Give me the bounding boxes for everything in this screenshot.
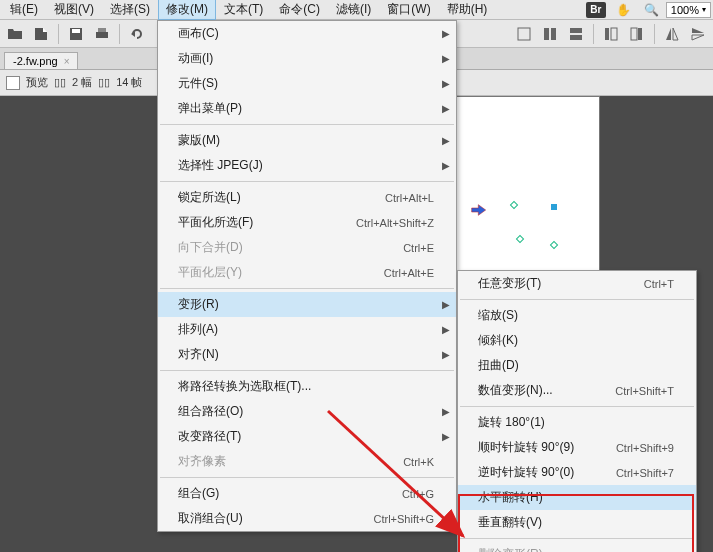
- menu-item[interactable]: 将路径转换为选取框(T)...: [158, 374, 456, 399]
- svg-rect-6: [551, 28, 556, 40]
- menu-item: 对齐像素Ctrl+K: [158, 449, 456, 474]
- menu-item[interactable]: 选择性 JPEG(J)▶: [158, 153, 456, 178]
- menu-window[interactable]: 窗口(W): [379, 0, 438, 20]
- menu-item[interactable]: 平面化所选(F)Ctrl+Alt+Shift+Z: [158, 210, 456, 235]
- handle[interactable]: [510, 201, 518, 209]
- tool-d-icon[interactable]: [600, 23, 622, 45]
- menu-item[interactable]: 画布(C)▶: [158, 21, 456, 46]
- document-tab[interactable]: -2.fw.png ×: [4, 52, 78, 69]
- open-icon[interactable]: [4, 23, 26, 45]
- zoom-icon[interactable]: 🔍: [641, 1, 663, 19]
- submenu-item: 删除变形(R): [458, 542, 696, 552]
- print-icon[interactable]: [91, 23, 113, 45]
- svg-rect-8: [570, 35, 582, 40]
- menu-select[interactable]: 选择(S): [102, 0, 158, 20]
- modify-menu: 画布(C)▶动画(I)▶元件(S)▶弹出菜单(P)▶蒙版(M)▶选择性 JPEG…: [157, 20, 457, 532]
- menu-item: 平面化层(Y)Ctrl+Alt+E: [158, 260, 456, 285]
- transform-submenu: 任意变形(T)Ctrl+T缩放(S)倾斜(K)扭曲(D)数值变形(N)...Ct…: [457, 270, 697, 552]
- menu-text[interactable]: 文本(T): [216, 0, 271, 20]
- menu-item[interactable]: 变形(R)▶: [158, 292, 456, 317]
- opt-two[interactable]: 2 幅: [72, 75, 92, 90]
- submenu-item[interactable]: 逆时针旋转 90°(0)Ctrl+Shift+7: [458, 460, 696, 485]
- submenu-item[interactable]: 倾斜(K): [458, 328, 696, 353]
- svg-rect-9: [605, 28, 609, 40]
- menu-help[interactable]: 帮助(H): [439, 0, 496, 20]
- svg-rect-4: [518, 28, 530, 40]
- svg-rect-12: [631, 28, 637, 40]
- menu-filter[interactable]: 滤镜(I): [328, 0, 379, 20]
- svg-rect-1: [72, 29, 80, 33]
- svg-rect-5: [544, 28, 549, 40]
- undo-icon[interactable]: [126, 23, 148, 45]
- menu-item: 向下合并(D)Ctrl+E: [158, 235, 456, 260]
- handle[interactable]: [516, 235, 524, 243]
- flip-v-icon[interactable]: [687, 23, 709, 45]
- menu-view[interactable]: 视图(V): [46, 0, 102, 20]
- menu-item[interactable]: 锁定所选(L)Ctrl+Alt+L: [158, 185, 456, 210]
- document-title: -2.fw.png: [13, 55, 58, 67]
- submenu-item[interactable]: 缩放(S): [458, 303, 696, 328]
- zoom-field[interactable]: 100%▾: [666, 2, 711, 18]
- opt-four[interactable]: 14 帧: [116, 75, 142, 90]
- submenu-item[interactable]: 旋转 180°(1): [458, 410, 696, 435]
- handle[interactable]: [550, 241, 558, 249]
- menu-item[interactable]: 动画(I)▶: [158, 46, 456, 71]
- tool-a-icon[interactable]: [513, 23, 535, 45]
- bridge-icon[interactable]: Br: [585, 1, 607, 19]
- menu-item[interactable]: 元件(S)▶: [158, 71, 456, 96]
- flip-h-icon[interactable]: [661, 23, 683, 45]
- tool-c-icon[interactable]: [565, 23, 587, 45]
- menu-item[interactable]: 对齐(N)▶: [158, 342, 456, 367]
- menu-edit[interactable]: 辑(E): [2, 0, 46, 20]
- menu-item[interactable]: 组合(G)Ctrl+G: [158, 481, 456, 506]
- arrow-shape[interactable]: [471, 202, 487, 221]
- handle[interactable]: [551, 204, 557, 210]
- submenu-item[interactable]: 扭曲(D): [458, 353, 696, 378]
- tool-e-icon[interactable]: [626, 23, 648, 45]
- svg-rect-11: [638, 28, 642, 40]
- submenu-item[interactable]: 垂直翻转(V): [458, 510, 696, 535]
- menu-item[interactable]: 排列(A)▶: [158, 317, 456, 342]
- submenu-item[interactable]: 水平翻转(H): [458, 485, 696, 510]
- submenu-item[interactable]: 任意变形(T)Ctrl+T: [458, 271, 696, 296]
- svg-rect-7: [570, 28, 582, 33]
- tool-b-icon[interactable]: [539, 23, 561, 45]
- page-icon[interactable]: [6, 76, 20, 90]
- menu-item[interactable]: 蒙版(M)▶: [158, 128, 456, 153]
- menu-bar: 辑(E) 视图(V) 选择(S) 修改(M) 文本(T) 命令(C) 滤镜(I)…: [0, 0, 713, 20]
- opt-four-icon: ▯▯: [98, 76, 110, 89]
- save-icon[interactable]: [65, 23, 87, 45]
- import-icon[interactable]: [30, 23, 52, 45]
- hand-icon[interactable]: ✋: [613, 1, 635, 19]
- menu-modify[interactable]: 修改(M): [158, 0, 216, 20]
- svg-rect-3: [98, 28, 106, 32]
- menu-item[interactable]: 改变路径(T)▶: [158, 424, 456, 449]
- close-tab-icon[interactable]: ×: [64, 56, 70, 67]
- menu-item[interactable]: 组合路径(O)▶: [158, 399, 456, 424]
- opt-preview[interactable]: 预览: [26, 75, 48, 90]
- submenu-item[interactable]: 顺时针旋转 90°(9)Ctrl+Shift+9: [458, 435, 696, 460]
- svg-rect-2: [96, 32, 108, 38]
- menu-item[interactable]: 弹出菜单(P)▶: [158, 96, 456, 121]
- menu-command[interactable]: 命令(C): [271, 0, 328, 20]
- svg-rect-10: [611, 28, 617, 40]
- submenu-item[interactable]: 数值变形(N)...Ctrl+Shift+T: [458, 378, 696, 403]
- menu-item[interactable]: 取消组合(U)Ctrl+Shift+G: [158, 506, 456, 531]
- opt-two-icon: ▯▯: [54, 76, 66, 89]
